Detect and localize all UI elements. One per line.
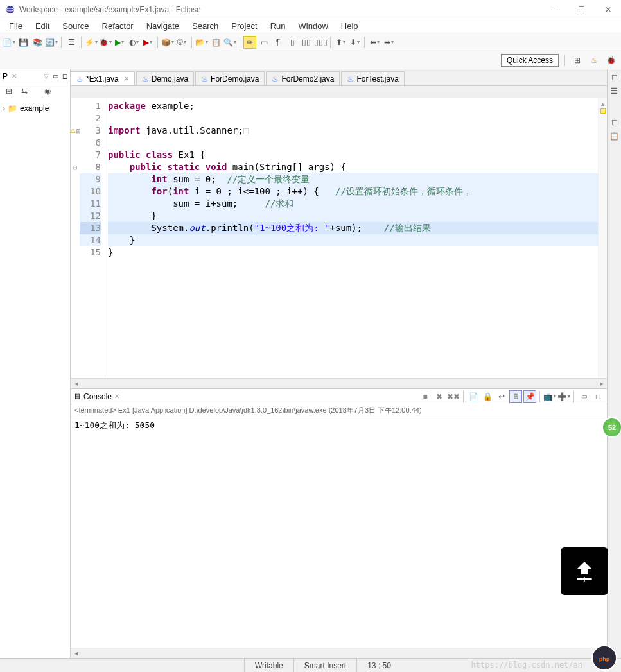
scroll-left-icon[interactable]: ◂ — [71, 380, 81, 387]
new-java-button[interactable]: 📦 — [161, 36, 174, 49]
col-1-button[interactable]: ▯ — [286, 36, 299, 49]
console-tab-label[interactable]: Console — [83, 392, 112, 401]
minimize-pane-icon[interactable]: ▭ — [53, 73, 58, 80]
console-icon: 🖥 — [73, 392, 81, 401]
back-button[interactable]: ⬅ — [368, 36, 381, 49]
minimize-console-icon[interactable]: ▭ — [577, 390, 590, 403]
outline-view-icon[interactable]: ☰ — [609, 86, 620, 96]
remove-launch-button[interactable]: ✖ — [433, 390, 446, 403]
maximize-button[interactable]: ☐ — [573, 5, 589, 14]
search-button[interactable]: 🔍 — [223, 36, 236, 49]
marker-column: ⚠⊞⊟ — [71, 98, 80, 378]
annotation-next-button[interactable]: ⬇ — [348, 36, 361, 49]
menu-source[interactable]: Source — [57, 20, 94, 32]
menu-help[interactable]: Help — [336, 20, 363, 32]
task-list-icon[interactable]: 📋 — [609, 131, 620, 141]
show-whitespace-button[interactable]: ¶ — [272, 36, 284, 49]
console-output[interactable]: 1~100之和为: 5050 — [71, 417, 607, 648]
menu-run[interactable]: Run — [265, 20, 291, 32]
quick-access-bar: Quick Access ⊞ ♨ 🐞 — [0, 51, 621, 69]
right-trim-bar: ◻ ☰ ◻ 📋 — [607, 69, 621, 658]
tree-item-example[interactable]: › 📁 example — [3, 103, 67, 114]
horizontal-scrollbar[interactable]: ◂ ▸ — [71, 378, 607, 388]
quick-access-field[interactable]: Quick Access — [501, 54, 559, 67]
menu-search[interactable]: Search — [187, 20, 223, 32]
menu-project[interactable]: Project — [226, 20, 262, 32]
tab-fordemo2[interactable]: ♨ ForDemo2.java — [266, 71, 340, 85]
scroll-right-icon[interactable]: ▸ — [597, 380, 607, 387]
remove-all-button[interactable]: ✖✖ — [447, 390, 460, 403]
terminate-button[interactable]: ■ — [419, 390, 432, 403]
tab-fortest[interactable]: ♨ ForTest.java — [341, 71, 404, 85]
open-perspective-button[interactable]: ⊞ — [571, 54, 584, 67]
project-tab[interactable]: P — [3, 72, 8, 81]
menu-edit[interactable]: Edit — [30, 20, 55, 32]
close-button[interactable]: ✕ — [600, 5, 616, 14]
open-console-button[interactable]: ➕ — [557, 390, 570, 403]
show-console-button[interactable]: 🖥 — [509, 390, 522, 403]
block-select-button[interactable]: ▭ — [258, 36, 270, 49]
tab-label: Demo.java — [152, 74, 188, 83]
skip-breakpoints-button[interactable]: ⚡ — [85, 36, 98, 49]
console-tab-close-icon[interactable]: ✕ — [114, 393, 119, 400]
code-editor[interactable]: ⚠⊞⊟ 1236789101112131415 package example;… — [71, 98, 607, 378]
java-perspective-button[interactable]: ♨ — [588, 54, 600, 67]
tab-fordemo[interactable]: ♨ ForDemo.java — [195, 71, 265, 85]
menu-window[interactable]: Window — [293, 20, 333, 32]
col-3-button[interactable]: ▯▯▯ — [314, 36, 327, 49]
view-menu-icon[interactable]: ▽ — [44, 73, 49, 80]
line-number-gutter: 1236789101112131415 — [80, 98, 105, 378]
link-editor-icon[interactable]: ⇆ — [18, 85, 31, 98]
tab-ex1[interactable]: ♨ *Ex1.java ✕ — [71, 71, 135, 85]
save-all-button[interactable]: 📚 — [31, 36, 44, 49]
menu-refactor[interactable]: Refactor — [97, 20, 139, 32]
close-icon[interactable]: ✕ — [124, 75, 129, 82]
scroll-left-icon[interactable]: ◂ — [71, 650, 81, 657]
new-button[interactable]: 📄 — [3, 36, 15, 49]
debug-perspective-button[interactable]: 🐞 — [604, 54, 617, 67]
project-tab-close-icon[interactable]: ✕ — [12, 73, 17, 80]
project-label: example — [20, 104, 49, 113]
java-file-icon: ♨ — [347, 74, 354, 83]
code-area[interactable]: package example; import java.util.Scanne… — [105, 98, 598, 378]
coverage-button[interactable]: ◐ — [127, 36, 140, 49]
forward-button[interactable]: ➡ — [382, 36, 395, 49]
warning-marker-icon[interactable] — [600, 108, 606, 114]
restore-icon[interactable]: ◻ — [609, 117, 620, 127]
tab-label: *Ex1.java — [86, 74, 119, 83]
scroll-lock-button[interactable]: 🔒 — [481, 390, 494, 403]
java-file-icon: ♨ — [272, 74, 279, 83]
display-console-button[interactable]: 📺 — [543, 390, 556, 403]
menu-file[interactable]: File — [4, 20, 28, 32]
save-button[interactable]: 💾 — [17, 36, 30, 49]
debug-button[interactable]: 🐞 — [99, 36, 112, 49]
java-file-icon: ♨ — [201, 74, 208, 83]
maximize-pane-icon[interactable]: ◻ — [62, 73, 67, 80]
expand-icon[interactable]: › — [3, 104, 5, 113]
annotation-prev-button[interactable]: ⬆ — [334, 36, 347, 49]
svg-text:php: php — [599, 656, 610, 662]
minimize-button[interactable]: — — [547, 5, 562, 14]
breadcrumb-bar — [71, 86, 607, 98]
open-type-button[interactable]: 📂 — [195, 36, 208, 49]
focus-task-icon[interactable]: ◉ — [41, 85, 54, 98]
collapse-all-icon[interactable]: ⊟ — [3, 85, 15, 98]
open-task-button[interactable]: 📋 — [209, 36, 222, 49]
maximize-console-icon[interactable]: ◻ — [591, 390, 604, 403]
console-scrollbar[interactable]: ◂ ▸ — [71, 648, 607, 658]
clear-console-button[interactable]: 📄 — [467, 390, 480, 403]
restore-icon[interactable]: ◻ — [609, 72, 620, 82]
svg-point-0 — [6, 6, 14, 13]
col-2-button[interactable]: ▯▯ — [300, 36, 313, 49]
new-class-button[interactable]: © — [175, 36, 188, 49]
word-wrap-button[interactable]: ↩ — [495, 390, 508, 403]
tab-demo[interactable]: ♨ Demo.java — [136, 71, 194, 85]
menu-navigate[interactable]: Navigate — [141, 20, 184, 32]
toggle-breadcrumb-button[interactable]: ☰ — [65, 36, 78, 49]
avatar-badge: php — [591, 645, 617, 671]
toggle-mark-button[interactable]: ✏ — [243, 36, 256, 49]
run-last-button[interactable]: ▶ — [141, 36, 154, 49]
switch-button[interactable]: 🔄 — [45, 36, 58, 49]
pin-console-button[interactable]: 📌 — [523, 390, 536, 403]
run-button[interactable]: ▶ — [113, 36, 126, 49]
